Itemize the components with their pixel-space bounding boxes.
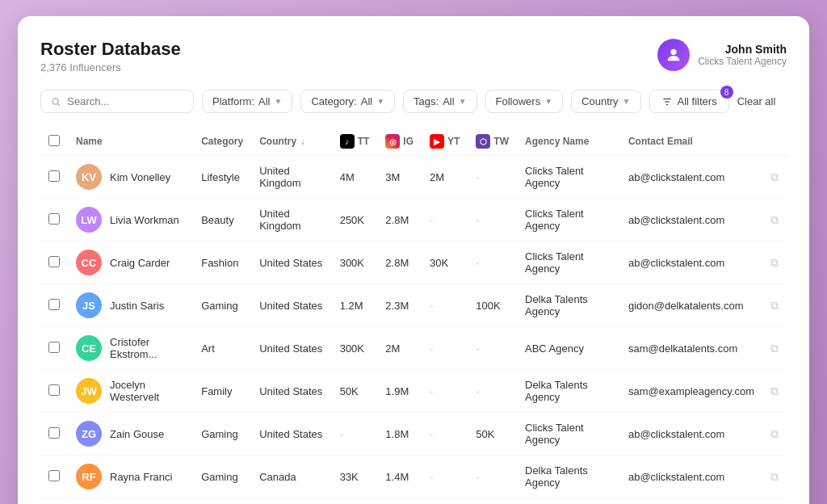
row-yt: - xyxy=(422,327,468,370)
influencer-name: Jocelyn Westervelt xyxy=(110,379,185,403)
row-checkbox-cell[interactable] xyxy=(40,199,68,242)
row-tt: 1.2M xyxy=(332,284,378,327)
search-box[interactable] xyxy=(40,90,194,113)
row-copy-cell[interactable]: ⧉ xyxy=(762,498,787,505)
all-filters-button[interactable]: All filters 8 xyxy=(649,90,729,113)
row-name-cell: JW Jocelyn Westervelt xyxy=(68,370,193,413)
user-agency: Clicks Talent Agency xyxy=(698,56,787,67)
row-name-cell: CC Craig Carder xyxy=(68,242,193,284)
page-header: Roster Database 2,376 Influencers John S… xyxy=(40,39,787,74)
influencer-name: Craig Carder xyxy=(110,257,170,269)
row-copy-cell[interactable]: ⧉ xyxy=(762,413,787,456)
row-checkbox-cell[interactable] xyxy=(40,156,68,199)
filter-badge: 8 xyxy=(720,86,733,99)
col-email: Contact Email xyxy=(620,128,762,156)
row-checkbox-cell[interactable] xyxy=(40,242,68,284)
influencer-count: 2,376 Influencers xyxy=(40,61,181,74)
copy-icon[interactable]: ⧉ xyxy=(770,213,779,226)
avatar: KV xyxy=(76,164,102,190)
table-row: JW Jocelyn Westervelt Family United Stat… xyxy=(40,370,787,413)
row-country: Canada xyxy=(251,498,331,505)
row-tt: 25K xyxy=(332,498,378,505)
tiktok-icon: ♪ xyxy=(340,134,355,149)
row-copy-cell[interactable]: ⧉ xyxy=(762,370,787,413)
platform-filter[interactable]: Platform: All ▼ xyxy=(202,90,292,113)
row-tt: 300K xyxy=(332,327,378,370)
sort-arrow-icon: ↓ xyxy=(301,137,305,146)
row-email: ab@clickstalent.com xyxy=(620,498,762,505)
row-copy-cell[interactable]: ⧉ xyxy=(762,242,787,284)
header-left: Roster Database 2,376 Influencers xyxy=(40,39,181,74)
chevron-down-icon: ▼ xyxy=(376,97,384,106)
row-copy-cell[interactable]: ⧉ xyxy=(762,284,787,327)
tags-filter[interactable]: Tags: All ▼ xyxy=(403,90,476,113)
row-copy-cell[interactable]: ⧉ xyxy=(762,156,787,199)
table-row: KV Kim Vonelley Lifestyle United Kingdom… xyxy=(40,156,787,199)
country-filter[interactable]: Country ▼ xyxy=(571,90,640,113)
row-checkbox[interactable] xyxy=(48,256,60,267)
row-tw: - xyxy=(468,156,517,199)
table-row: CE Cristofer Ekstrom... Art United State… xyxy=(40,327,787,370)
row-checkbox[interactable] xyxy=(48,427,60,439)
avatar: CE xyxy=(76,335,102,361)
user-text: John Smith Clicks Talent Agency xyxy=(698,43,787,67)
row-agency: Delka Talents Agency xyxy=(517,456,620,498)
main-card: Roster Database 2,376 Influencers John S… xyxy=(18,16,809,504)
row-ig: 2.3M xyxy=(377,284,422,327)
category-filter[interactable]: Category: All ▼ xyxy=(300,90,395,113)
copy-icon[interactable]: ⧉ xyxy=(770,427,779,440)
row-checkbox[interactable] xyxy=(48,170,60,182)
svg-line-2 xyxy=(58,103,61,106)
row-name-cell: ZG Zain Gouse xyxy=(68,413,193,456)
search-input[interactable] xyxy=(67,95,183,107)
chevron-down-icon: ▼ xyxy=(623,97,631,106)
row-email: ab@clickstalent.com xyxy=(620,199,762,242)
row-copy-cell[interactable]: ⧉ xyxy=(762,327,787,370)
avatar: CC xyxy=(76,250,102,275)
followers-filter[interactable]: Followers ▼ xyxy=(485,90,564,113)
chevron-down-icon: ▼ xyxy=(459,97,467,106)
row-checkbox-cell[interactable] xyxy=(40,413,68,456)
chevron-down-icon: ▼ xyxy=(274,97,282,106)
row-checkbox-cell[interactable] xyxy=(40,370,68,413)
row-checkbox[interactable] xyxy=(48,342,60,353)
copy-icon[interactable]: ⧉ xyxy=(770,470,779,483)
col-agency: Agency Name xyxy=(517,128,620,156)
row-yt: 2M xyxy=(422,156,468,199)
row-category: Lifestyle xyxy=(193,498,251,505)
copy-icon[interactable]: ⧉ xyxy=(770,170,779,183)
row-checkbox[interactable] xyxy=(48,384,60,396)
row-copy-cell[interactable]: ⧉ xyxy=(762,456,787,498)
row-checkbox-cell[interactable] xyxy=(40,456,68,498)
avatar xyxy=(657,39,690,71)
col-country[interactable]: Country ↓ xyxy=(251,128,331,156)
influencer-name: Kim Vonelley xyxy=(110,171,170,183)
avatar: LW xyxy=(76,207,102,233)
row-checkbox[interactable] xyxy=(48,213,60,225)
row-category: Beauty xyxy=(193,199,251,242)
table-row: LW Livia Workman Beauty United Kingdom 2… xyxy=(40,199,787,242)
select-all-checkbox[interactable] xyxy=(48,135,60,146)
row-checkbox-cell[interactable] xyxy=(40,327,68,370)
copy-icon[interactable]: ⧉ xyxy=(770,342,779,355)
row-tw: - xyxy=(468,456,517,498)
row-tw: 50K xyxy=(468,413,517,456)
table-wrapper: Name Category Country ↓ ♪ TT ◎ IG xyxy=(40,128,787,504)
table-row: JS Justin Saris Gaming United States 1.2… xyxy=(40,284,787,327)
clear-all-button[interactable]: Clear all xyxy=(737,95,776,107)
row-yt: 30K xyxy=(422,242,468,284)
row-checkbox-cell[interactable] xyxy=(40,284,68,327)
row-checkbox[interactable] xyxy=(48,299,60,310)
row-agency: Clicks Talent Agency xyxy=(517,156,620,199)
row-checkbox-cell[interactable] xyxy=(40,498,68,505)
influencer-name: Cristofer Ekstrom... xyxy=(110,336,185,360)
row-copy-cell[interactable]: ⧉ xyxy=(762,199,787,242)
copy-icon[interactable]: ⧉ xyxy=(770,299,779,312)
row-checkbox[interactable] xyxy=(48,470,60,481)
influencer-name: Rayna Franci xyxy=(110,471,172,483)
copy-icon[interactable]: ⧉ xyxy=(770,384,779,397)
header-checkbox[interactable] xyxy=(40,128,68,156)
row-tt: - xyxy=(332,413,378,456)
row-email: sam@exampleagency.com xyxy=(620,370,762,413)
copy-icon[interactable]: ⧉ xyxy=(770,256,779,269)
